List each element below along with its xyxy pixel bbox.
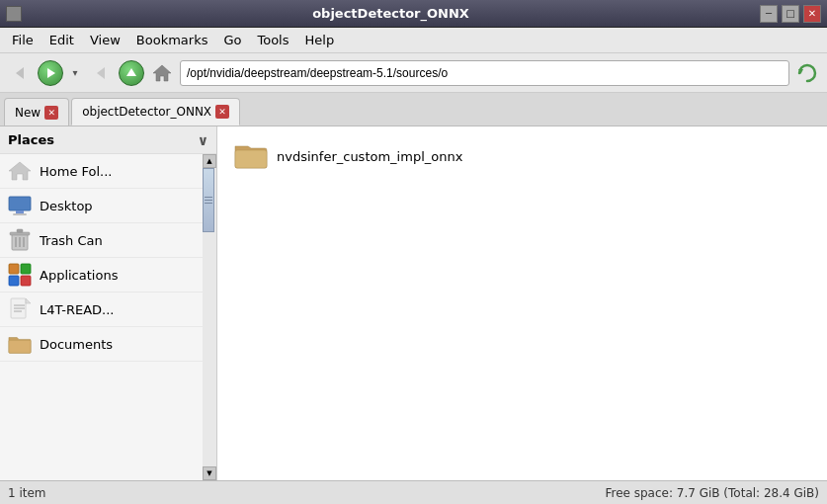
grip-line-1 (205, 197, 212, 198)
sidebar-items: Home Fol... Desktop (0, 154, 216, 480)
sidebar-label-desktop: Desktop (40, 199, 93, 213)
trash-icon (8, 228, 32, 252)
menu-view[interactable]: View (82, 31, 128, 49)
sidebar-item-desktop[interactable]: Desktop (0, 189, 216, 223)
menu-bar: File Edit View Bookmarks Go Tools Help (0, 28, 827, 53)
title-bar-left (6, 6, 22, 22)
svg-marker-0 (16, 67, 24, 79)
desktop-icon (8, 194, 32, 217)
file-name-nvdsinfer: nvdsinfer_custom_impl_onnx (277, 149, 462, 164)
svg-rect-26 (235, 150, 267, 168)
scroll-thumb-grip (204, 169, 213, 231)
sidebar-label-trash: Trash Can (40, 233, 103, 248)
maximize-button[interactable]: □ (782, 5, 799, 23)
sidebar-label-applications: Applications (40, 268, 118, 283)
svg-rect-9 (13, 213, 27, 215)
history-dropdown[interactable]: ▾ (67, 59, 83, 87)
scroll-thumb[interactable] (203, 168, 214, 232)
file-item-nvdsinfer[interactable]: nvdsinfer_custom_impl_onnx (227, 136, 817, 177)
address-bar[interactable] (180, 60, 789, 86)
home-folder-icon (8, 159, 32, 183)
svg-rect-12 (17, 229, 23, 232)
scroll-track (203, 168, 216, 466)
window-controls: ─ □ ✕ (760, 5, 821, 23)
item-count: 1 item (8, 486, 46, 500)
refresh-button[interactable] (793, 59, 821, 87)
svg-marker-4 (153, 65, 171, 81)
forward-button[interactable] (38, 60, 63, 86)
scroll-down-button[interactable]: ▼ (203, 466, 216, 480)
grip-line-3 (205, 203, 212, 204)
window-title: objectDetector_ONNX (22, 6, 760, 21)
sidebar-header: Places ∨ (0, 126, 216, 154)
title-bar: objectDetector_ONNX ─ □ ✕ (0, 0, 827, 28)
grip-line-2 (205, 200, 212, 201)
file-area: nvdsinfer_custom_impl_onnx (217, 126, 827, 480)
svg-rect-18 (9, 276, 19, 286)
toolbar: ▾ (0, 53, 827, 93)
sidebar-item-home[interactable]: Home Fol... (0, 154, 216, 189)
svg-marker-1 (47, 68, 55, 78)
svg-rect-25 (9, 340, 31, 353)
tab-new-label: New (15, 106, 41, 120)
menu-file[interactable]: File (4, 31, 41, 49)
sidebar-label-home: Home Fol... (40, 164, 113, 179)
sidebar-item-documents[interactable]: Documents (0, 327, 216, 362)
tab-objectdetector-label: objectDetector_ONNX (82, 105, 211, 119)
svg-rect-19 (21, 276, 31, 286)
svg-rect-7 (9, 197, 31, 210)
menu-help[interactable]: Help (297, 31, 343, 49)
menu-bookmarks[interactable]: Bookmarks (128, 31, 216, 49)
tab-new-close[interactable]: ✕ (44, 106, 58, 120)
l4t-icon (8, 297, 32, 321)
applications-icon (8, 263, 32, 287)
svg-marker-3 (126, 68, 136, 76)
tab-objectdetector-close[interactable]: ✕ (215, 105, 229, 119)
home-button[interactable] (148, 59, 176, 87)
sidebar-item-applications[interactable]: Applications (0, 258, 216, 293)
tabs-bar: New ✕ objectDetector_ONNX ✕ (0, 93, 827, 126)
menu-edit[interactable]: Edit (41, 31, 82, 49)
places-label: Places (8, 132, 54, 147)
minimize-button[interactable]: ─ (760, 5, 778, 23)
svg-marker-2 (97, 67, 105, 79)
sidebar-collapse-button[interactable]: ∨ (198, 132, 208, 148)
sidebar-item-l4t[interactable]: L4T-READ... (0, 293, 216, 327)
back-alt-button[interactable] (87, 59, 115, 87)
sidebar: Places ∨ Home Fol... (0, 126, 217, 480)
svg-marker-21 (26, 298, 31, 303)
scroll-up-button[interactable]: ▲ (203, 154, 216, 168)
menu-go[interactable]: Go (215, 31, 249, 49)
svg-marker-6 (9, 162, 31, 180)
menu-tools[interactable]: Tools (249, 31, 296, 49)
svg-rect-11 (10, 232, 30, 235)
sidebar-item-trash[interactable]: Trash Can (0, 223, 216, 258)
sidebar-scrollbar: ▲ ▼ (203, 154, 216, 480)
sidebar-label-documents: Documents (40, 337, 113, 352)
documents-icon (8, 332, 32, 356)
app-icon (6, 6, 22, 22)
svg-rect-8 (16, 210, 24, 213)
sidebar-label-l4t: L4T-READ... (40, 302, 115, 317)
svg-rect-17 (21, 264, 31, 274)
tab-objectdetector[interactable]: objectDetector_ONNX ✕ (71, 98, 240, 126)
back-button[interactable] (6, 59, 34, 87)
up-button[interactable] (119, 60, 144, 86)
main-content: Places ∨ Home Fol... (0, 126, 827, 480)
close-button[interactable]: ✕ (803, 5, 821, 23)
status-bar: 1 item Free space: 7.7 GiB (Total: 28.4 … (0, 480, 827, 504)
folder-icon-nvdsinfer (233, 140, 269, 173)
free-space: Free space: 7.7 GiB (Total: 28.4 GiB) (605, 486, 819, 500)
svg-rect-16 (9, 264, 19, 274)
tab-new[interactable]: New ✕ (4, 98, 69, 126)
